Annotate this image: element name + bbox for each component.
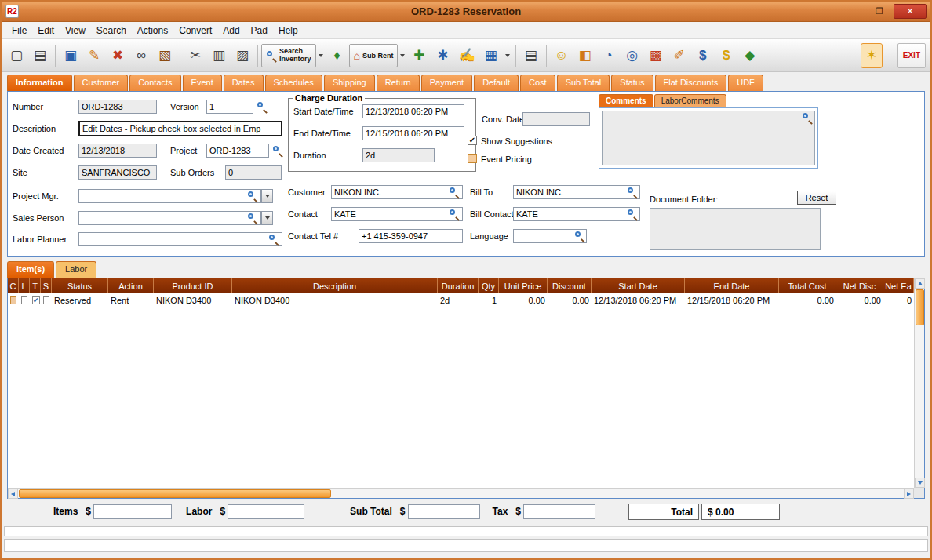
- menu-add[interactable]: Add: [217, 24, 245, 38]
- tab-labor-comments[interactable]: LaborComments: [654, 94, 726, 107]
- memo-edit-button[interactable]: ✐: [668, 43, 690, 68]
- document-folder-box[interactable]: [650, 208, 821, 250]
- tab-contacts[interactable]: Contacts: [129, 75, 180, 91]
- tab-dates[interactable]: Dates: [224, 75, 264, 91]
- bill-contact-field[interactable]: KATE: [513, 207, 640, 221]
- search-inventory-dropdown[interactable]: [316, 44, 326, 67]
- menu-view[interactable]: View: [60, 24, 91, 38]
- labor-planner-lookup-icon[interactable]: [268, 234, 279, 245]
- tab-items[interactable]: Item(s): [7, 261, 54, 278]
- project-mgr-dropdown[interactable]: [261, 189, 273, 203]
- col-end-date[interactable]: End Date: [685, 278, 779, 293]
- delete-button[interactable]: ✖: [107, 43, 129, 68]
- customer-lookup-icon[interactable]: [449, 187, 460, 198]
- tab-event[interactable]: Event: [183, 75, 222, 91]
- add-button[interactable]: ✚: [408, 43, 430, 68]
- tab-default[interactable]: Default: [474, 75, 519, 91]
- menu-convert[interactable]: Convert: [173, 24, 217, 38]
- row-l-checkbox[interactable]: [21, 296, 27, 304]
- project-mgr-field[interactable]: [78, 189, 261, 203]
- tab-udf[interactable]: UDF: [728, 75, 763, 91]
- labor-planner-field[interactable]: [78, 232, 282, 246]
- scroll-left-button[interactable]: [8, 489, 18, 499]
- smiley-button[interactable]: ☺: [551, 43, 573, 68]
- project-lookup-icon[interactable]: [272, 145, 283, 156]
- tab-schedules[interactable]: Schedules: [265, 75, 322, 91]
- col-t[interactable]: T: [30, 278, 41, 293]
- row-t-checkbox[interactable]: ✔: [32, 296, 40, 304]
- col-net-ea[interactable]: Net Ea: [883, 278, 914, 293]
- col-l[interactable]: L: [19, 278, 30, 293]
- labor-total-field[interactable]: [228, 504, 304, 519]
- col-description[interactable]: Description: [232, 278, 438, 293]
- sub-orders-field[interactable]: 0: [225, 165, 282, 180]
- grid-button[interactable]: ▦: [480, 43, 502, 68]
- sales-person-lookup-icon[interactable]: [247, 213, 258, 224]
- site-field[interactable]: SANFRANCISCO: [78, 165, 157, 180]
- menu-pad[interactable]: Pad: [246, 24, 273, 38]
- memo-button[interactable]: ✍: [455, 43, 478, 68]
- col-status[interactable]: Status: [52, 278, 108, 293]
- tab-comments[interactable]: Comments: [599, 94, 653, 107]
- description-field[interactable]: Edit Dates - Pickup check box selected i…: [78, 121, 282, 136]
- date-created-field[interactable]: 12/13/2018: [78, 144, 157, 158]
- start-datetime-field[interactable]: 12/13/2018 06:20 PM: [362, 104, 464, 118]
- menu-search[interactable]: Search: [91, 24, 132, 38]
- number-field[interactable]: ORD-1283: [78, 100, 157, 114]
- title-bar[interactable]: R2 ORD-1283 Reservation – ❐ ✕: [2, 2, 930, 22]
- tab-information[interactable]: Information: [7, 75, 72, 91]
- col-total-cost[interactable]: Total Cost: [779, 278, 836, 293]
- menu-actions[interactable]: Actions: [132, 24, 173, 38]
- language-lookup-icon[interactable]: [574, 231, 585, 242]
- copy-button[interactable]: ▥: [208, 43, 230, 68]
- coins-button[interactable]: $: [715, 43, 737, 68]
- reset-button[interactable]: Reset: [797, 191, 836, 205]
- col-product-id[interactable]: Product ID: [154, 278, 232, 293]
- col-unit-price[interactable]: Unit Price: [499, 278, 548, 293]
- items-total-field[interactable]: [93, 504, 172, 519]
- transfer-button[interactable]: ▧: [154, 43, 176, 68]
- vertical-scrollbar[interactable]: [914, 278, 924, 488]
- menu-edit[interactable]: Edit: [32, 24, 60, 38]
- col-qty[interactable]: Qty: [479, 278, 499, 293]
- col-c[interactable]: C: [8, 278, 19, 293]
- grid-dropdown[interactable]: [503, 44, 512, 67]
- bill-to-field[interactable]: NIKON INC.: [513, 185, 640, 199]
- vertical-scroll-thumb[interactable]: [916, 289, 924, 325]
- sub-rent-button[interactable]: ⌂ Sub Rent: [349, 44, 399, 67]
- horizontal-scrollbar[interactable]: [8, 488, 914, 498]
- tab-sub-total[interactable]: Sub Total: [557, 75, 610, 91]
- dollar-button[interactable]: $: [692, 43, 714, 68]
- contact-lookup-icon[interactable]: [449, 209, 460, 220]
- tab-customer[interactable]: Customer: [74, 75, 129, 91]
- show-suggestions-checkbox[interactable]: ✔: [468, 136, 477, 145]
- comments-lookup-icon[interactable]: [802, 112, 813, 123]
- sales-person-dropdown[interactable]: [261, 211, 273, 225]
- tab-labor[interactable]: Labor: [56, 261, 96, 278]
- contact-tel-field[interactable]: +1 415-359-0947: [359, 229, 463, 243]
- menu-help[interactable]: Help: [273, 24, 304, 38]
- find-button[interactable]: ∞: [130, 43, 152, 68]
- timezone-button[interactable]: ◔: [598, 43, 620, 68]
- sub-total-field[interactable]: [408, 504, 480, 519]
- spheres-button[interactable]: ✱: [431, 43, 453, 68]
- disk-button[interactable]: ◎: [621, 43, 643, 68]
- menu-file[interactable]: File: [6, 24, 32, 38]
- tax-field[interactable]: [523, 504, 595, 519]
- color-shapes-button[interactable]: ♦: [326, 43, 348, 68]
- col-discount[interactable]: Discount: [548, 278, 592, 293]
- col-net-disc[interactable]: Net Disc: [836, 278, 883, 293]
- scroll-up-button[interactable]: [915, 278, 925, 289]
- version-lookup-icon[interactable]: [257, 101, 268, 112]
- customer-field[interactable]: NIKON INC.: [331, 185, 463, 199]
- scroll-down-button[interactable]: [915, 478, 925, 488]
- tab-flat-discounts[interactable]: Flat Discounts: [655, 75, 727, 91]
- bill-contact-lookup-icon[interactable]: [627, 209, 638, 220]
- maximize-button[interactable]: ❐: [868, 4, 890, 19]
- version-field[interactable]: 1: [206, 100, 253, 114]
- edit-button[interactable]: ✎: [83, 43, 105, 68]
- print-button[interactable]: ▤: [29, 43, 51, 68]
- minimize-button[interactable]: –: [843, 4, 865, 19]
- tab-cost[interactable]: Cost: [520, 75, 555, 91]
- exit-button[interactable]: EXIT: [897, 43, 926, 68]
